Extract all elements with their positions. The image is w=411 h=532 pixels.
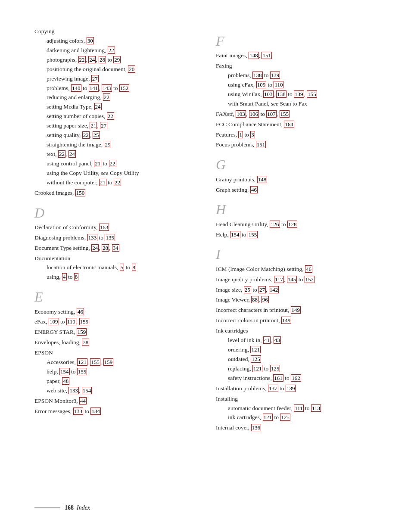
entry-copying-darkening: darkening and lightening, 22: [34, 46, 195, 55]
entry-help: Help, 154 to 155: [216, 230, 377, 240]
ref-137: 137: [268, 385, 278, 392]
ref-161: 161: [273, 374, 283, 382]
ref-103: 103: [263, 90, 274, 98]
entry-economy: Economy setting, 46: [34, 308, 195, 317]
entry-focus-problems: Focus problems, 151: [216, 140, 377, 149]
right-column: F Faint images, 148, 151 Faxing problems…: [216, 26, 377, 433]
entry-crooked-images: Crooked images, 150: [34, 189, 195, 198]
ref-128: 128: [287, 221, 298, 228]
ref-121c: 121: [252, 365, 263, 372]
ref-149b: 149: [281, 317, 292, 324]
entry-image-size: Image size, 25 to 27, 142: [216, 286, 377, 295]
entry-copying-reducing: reducing and enlarging, 22: [34, 93, 195, 102]
ref-107: 107: [266, 110, 277, 118]
entry-faxing-efax: using eFax, 109 to 110: [216, 81, 377, 90]
ref-5: 5: [120, 264, 125, 271]
ref-151: 151: [262, 52, 272, 59]
ref-27c: 27: [258, 286, 266, 293]
ref-133: 133: [87, 234, 98, 241]
ref-22c: 22: [103, 93, 110, 101]
ref-20: 20: [128, 65, 135, 73]
entry-document-type: Document Type setting, 24, 28, 34: [34, 244, 195, 253]
entry-image-viewer: Image Viewer, 88, 96: [216, 296, 377, 305]
entry-internal-cover: Internal cover, 136: [216, 423, 377, 432]
ref-46: 46: [77, 308, 84, 315]
ref-148b: 148: [257, 176, 268, 183]
ref-155b: 155: [90, 358, 100, 366]
entry-epson-web: web site, 133, 154: [34, 386, 195, 395]
ref-46c: 46: [305, 265, 312, 273]
ref-27: 27: [91, 75, 99, 82]
ref-141: 141: [89, 84, 99, 92]
entry-faxing: Faxing: [216, 62, 377, 71]
ref-154c: 154: [230, 231, 240, 238]
entry-epson: EPSON: [34, 348, 195, 358]
entry-copying-media: setting Media Type, 24: [34, 103, 195, 112]
entry-features: Features, 1 to 3: [216, 131, 377, 140]
entry-documentation-location: location of electronic manuals, 5 to 8: [34, 263, 195, 272]
ref-155c: 155: [77, 368, 87, 375]
ref-139b: 139: [294, 90, 304, 98]
section-letter-d: D: [34, 205, 195, 221]
entry-epson-help: help, 154 to 155: [34, 367, 195, 376]
entry-efax: eFax, 109 to 110, 155: [34, 317, 195, 327]
section-letter-g: G: [216, 157, 377, 172]
ref-113: 113: [311, 404, 321, 412]
ref-109: 109: [49, 318, 59, 325]
ref-134: 134: [90, 408, 101, 415]
footer-page-number: 168: [65, 504, 74, 511]
entry-faxing-problems: problems, 138 to 139: [216, 71, 377, 80]
ref-21: 21: [90, 122, 97, 129]
entry-ink-cartridges: Ink cartridges: [216, 327, 377, 336]
ref-164: 164: [284, 121, 294, 128]
ref-155d: 155: [307, 90, 317, 98]
entry-error-messages: Error messages, 133 to 134: [34, 407, 195, 416]
ref-159: 159: [77, 328, 87, 336]
ref-155f: 155: [248, 231, 258, 238]
ref-135: 135: [105, 234, 115, 241]
ref-138: 138: [252, 72, 263, 79]
ref-28: 28: [99, 56, 106, 63]
entry-installing: Installing: [216, 395, 377, 404]
ref-22b: 22: [78, 56, 86, 63]
ref-155: 155: [79, 318, 90, 325]
ref-149: 149: [291, 306, 301, 314]
ref-154: 154: [59, 368, 70, 375]
ref-117: 117: [274, 276, 284, 283]
ref-142: 142: [269, 286, 279, 293]
entry-icm: ICM (Image Color Matching) setting, 46: [216, 265, 377, 274]
ref-163: 163: [99, 224, 109, 231]
ref-143: 143: [102, 84, 112, 92]
ref-22d: 22: [107, 112, 114, 120]
ref-28b: 28: [102, 244, 109, 252]
entry-energy-star: ENERGY STAR, 159: [34, 328, 195, 337]
ref-121b: 121: [250, 346, 261, 353]
ref-24c: 24: [68, 150, 76, 158]
ref-121: 121: [77, 358, 87, 366]
ref-154b: 154: [82, 387, 92, 394]
ref-145: 145: [287, 276, 297, 283]
ref-159b: 159: [103, 358, 114, 366]
entry-epson-accessories: Accessories, 121, 155, 159: [34, 358, 195, 367]
ref-24d: 24: [91, 244, 99, 252]
entry-faxing-winfax: using WinFax, 103, 138 to 139, 155: [216, 90, 377, 99]
entry-declaration: Declaration of Conformity, 163: [34, 223, 195, 232]
ref-121d: 121: [263, 414, 273, 421]
ref-25: 25: [93, 131, 100, 139]
entry-copying: Copying: [34, 27, 195, 36]
ref-29b: 29: [104, 141, 111, 148]
ref-110: 110: [66, 318, 76, 325]
ref-21b: 21: [94, 160, 101, 167]
ref-22f: 22: [58, 150, 65, 158]
ref-133b: 133: [68, 387, 79, 394]
entry-copying-adjusting: adjusting colors, 30: [34, 37, 195, 46]
ref-24b: 24: [94, 103, 102, 110]
entry-epson-paper: paper, 48: [34, 377, 195, 386]
entry-ink-safety: safety instructions, 161 to 162: [216, 374, 377, 383]
entry-installing-ink: ink cartridges, 121 to 125: [216, 413, 377, 422]
entry-copying-control-panel: using control panel, 21 to 22: [34, 159, 195, 168]
entry-ink-ordering: ordering, 121: [216, 345, 377, 355]
entry-copying-straightening: straightening the image, 29: [34, 140, 195, 149]
ref-139c: 139: [286, 385, 296, 392]
entry-copying-quality: setting quality, 22, 25: [34, 131, 195, 140]
